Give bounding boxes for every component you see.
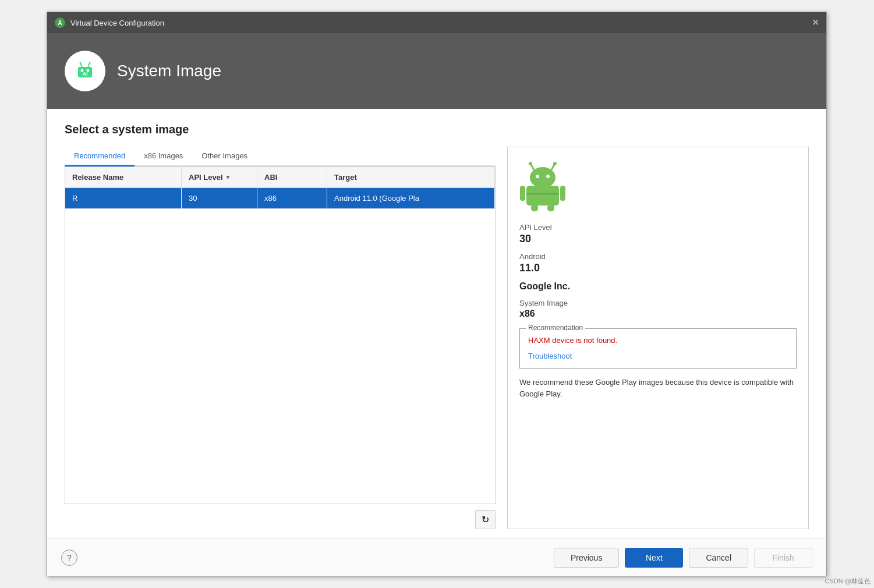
cancel-button[interactable]: Cancel xyxy=(689,548,748,568)
svg-rect-18 xyxy=(526,186,559,206)
bottom-right: Previous Next Cancel Finish xyxy=(554,548,812,568)
detail-panel: API Level 30 Android 11.0 Google Inc. Sy… xyxy=(507,147,809,529)
svg-point-9 xyxy=(89,62,91,64)
recommendation-label: Recommendation xyxy=(526,324,585,332)
svg-rect-20 xyxy=(560,186,565,201)
main-content: Recommended x86 Images Other Images Rele… xyxy=(65,147,809,529)
troubleshoot-link[interactable]: Troubleshoot xyxy=(528,352,572,360)
content-area: Select a system image Recommended x86 Im… xyxy=(47,109,826,539)
api-level-value: 30 xyxy=(519,233,797,245)
sort-icon: ▼ xyxy=(225,174,231,180)
next-button[interactable]: Next xyxy=(625,548,683,568)
title-bar-left: A Virtual Device Configuration xyxy=(54,17,164,29)
table-row[interactable]: R 30 x86 Android 11.0 (Google Pla xyxy=(65,188,495,209)
svg-point-7 xyxy=(80,62,82,64)
svg-point-15 xyxy=(530,167,555,188)
svg-text:AI: AI xyxy=(83,71,88,77)
header-logo: AI xyxy=(65,51,105,91)
haxm-error-text: HAXM device is not found. xyxy=(528,336,788,345)
android-logo xyxy=(519,159,797,214)
tab-recommended[interactable]: Recommended xyxy=(65,147,135,167)
android-label: Android xyxy=(519,252,797,261)
header-section: AI System Image xyxy=(47,33,826,109)
col-header-release: Release Name xyxy=(65,167,182,187)
android-robot-svg xyxy=(519,159,566,211)
title-bar: A Virtual Device Configuration ✕ xyxy=(47,12,826,33)
svg-text:A: A xyxy=(58,20,62,26)
close-button[interactable]: ✕ xyxy=(812,18,819,27)
svg-point-12 xyxy=(529,162,532,165)
cell-release-name: R xyxy=(65,188,182,208)
app-icon: A xyxy=(54,17,66,29)
help-button[interactable]: ? xyxy=(61,550,77,566)
cell-abi: x86 xyxy=(257,188,327,208)
svg-rect-21 xyxy=(531,204,538,211)
bottom-left: ? xyxy=(61,550,77,566)
system-image-label: System Image xyxy=(519,299,797,307)
header-title: System Image xyxy=(117,62,221,80)
svg-rect-22 xyxy=(547,204,554,211)
col-header-api[interactable]: API Level ▼ xyxy=(182,167,257,187)
bottom-bar: ? Previous Next Cancel Finish xyxy=(47,539,826,576)
svg-point-17 xyxy=(546,175,550,178)
vendor-name: Google Inc. xyxy=(519,281,797,292)
refresh-button[interactable]: ↻ xyxy=(475,510,496,529)
window-title: Virtual Device Configuration xyxy=(70,19,164,27)
api-level-label: API Level xyxy=(519,223,797,232)
svg-rect-19 xyxy=(520,186,525,201)
cell-api-level: 30 xyxy=(182,188,257,208)
page-subtitle: Select a system image xyxy=(65,123,809,136)
table-header: Release Name API Level ▼ ABI Target xyxy=(65,167,495,188)
system-image-table: Release Name API Level ▼ ABI Target xyxy=(65,167,496,504)
main-window: A Virtual Device Configuration ✕ xyxy=(47,12,827,576)
tab-x86images[interactable]: x86 Images xyxy=(135,147,192,167)
svg-point-16 xyxy=(536,175,539,178)
svg-point-14 xyxy=(553,162,557,165)
watermark: CSDN @林蓝色 xyxy=(825,577,871,586)
left-panel: Recommended x86 Images Other Images Rele… xyxy=(65,147,496,529)
cell-target: Android 11.0 (Google Pla xyxy=(327,188,495,208)
recommendation-note: We recommend these Google Play images be… xyxy=(519,377,797,399)
col-header-target: Target xyxy=(327,167,495,187)
table-body: R 30 x86 Android 11.0 (Google Pla xyxy=(65,188,495,504)
recommendation-box: Recommendation HAXM device is not found.… xyxy=(519,328,797,369)
tabs: Recommended x86 Images Other Images xyxy=(65,147,496,167)
previous-button[interactable]: Previous xyxy=(554,548,619,568)
finish-button: Finish xyxy=(754,548,812,568)
android-version: 11.0 xyxy=(519,262,797,274)
android-studio-logo: AI xyxy=(70,56,100,86)
col-header-abi: ABI xyxy=(257,167,327,187)
system-image-value: x86 xyxy=(519,309,797,319)
tab-otherimages[interactable]: Other Images xyxy=(192,147,257,167)
